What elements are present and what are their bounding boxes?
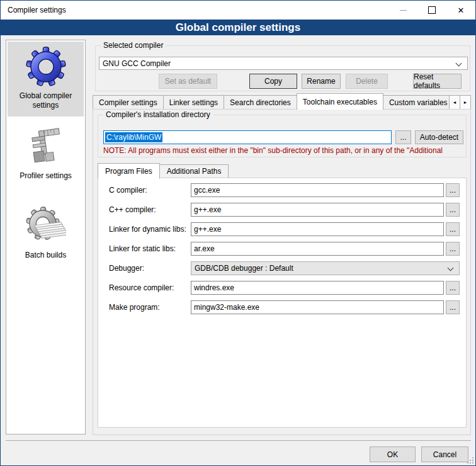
cancel-button[interactable]: Cancel [421, 446, 468, 462]
sidebar-item-profiler-settings[interactable]: Profiler settings [8, 122, 84, 195]
compiler-settings-dialog: Compiler settings ✕ Global compiler sett… [0, 0, 476, 466]
window-controls: ✕ [388, 1, 475, 20]
tab-toolchain-executables[interactable]: Toolchain executables [297, 93, 383, 110]
install-dir-input[interactable]: C:\raylib\MinGW [103, 130, 392, 144]
arrow-right-icon: ► [463, 100, 468, 105]
chevron-down-icon [448, 265, 454, 271]
minimize-icon [400, 10, 407, 11]
make-program-input[interactable] [191, 300, 444, 314]
sidebar-item-label: Profiler settings [20, 171, 72, 187]
arrow-left-icon: ◄ [453, 100, 457, 105]
tab-scroll-area: Compiler settings Linker settings Search… [93, 93, 450, 110]
debugger-select-value: GDB/CDB debugger : Default [195, 264, 293, 273]
sidebar-item-global-compiler-settings[interactable]: Global compiler settings [8, 42, 84, 116]
linker-static-label: Linker for static libs: [109, 242, 176, 256]
c-compiler-input[interactable] [191, 183, 444, 197]
chevron-down-icon [456, 60, 462, 67]
install-dir-group: Compiler's installation directory C:\ray… [98, 115, 467, 157]
rename-button[interactable]: Rename [302, 74, 341, 89]
field-row-make-program: Make program: ... [98, 300, 466, 314]
program-files-panel: C compiler: ... C++ compiler: ... Linker… [98, 178, 467, 428]
maximize-button[interactable] [417, 1, 446, 20]
sidebar-item-label: Global compiler settings [8, 91, 84, 116]
install-dir-browse-button[interactable]: ... [395, 130, 411, 144]
ok-button[interactable]: OK [370, 446, 416, 462]
field-row-linker-dynamic: Linker for dynamic libs: ... [98, 222, 466, 236]
window-title: Compiler settings [8, 6, 66, 14]
footer-separator [6, 440, 471, 441]
gray-gear-stack-icon [26, 206, 66, 248]
tab-custom-variables[interactable]: Custom variables [383, 95, 450, 110]
debugger-label: Debugger: [109, 261, 144, 275]
field-row-resource-compiler: Resource compiler: ... [98, 281, 466, 295]
linker-dynamic-label: Linker for dynamic libs: [109, 222, 186, 236]
linker-dynamic-browse-button[interactable]: ... [446, 222, 460, 236]
c-compiler-browse-button[interactable]: ... [446, 183, 460, 197]
subtab-additional-paths[interactable]: Additional Paths [159, 164, 229, 178]
field-row-cpp-compiler: C++ compiler: ... [98, 203, 466, 217]
auto-detect-button[interactable]: Auto-detect [415, 130, 463, 144]
cpp-compiler-label: C++ compiler: [109, 203, 156, 217]
debugger-select[interactable]: GDB/CDB debugger : Default [191, 261, 460, 275]
install-dir-selected-text: C:\raylib\MinGW [105, 132, 162, 142]
sidebar-item-batch-builds[interactable]: Batch builds [8, 201, 84, 276]
tab-search-directories[interactable]: Search directories [224, 95, 297, 110]
close-button[interactable]: ✕ [446, 1, 475, 20]
field-row-c-compiler: C compiler: ... [98, 183, 466, 197]
minimize-button[interactable] [388, 1, 417, 20]
sidebar-item-label: Batch builds [25, 251, 66, 266]
subtab-program-files[interactable]: Program Files [98, 163, 160, 179]
make-program-label: Make program: [109, 300, 160, 314]
resource-compiler-browse-button[interactable]: ... [446, 281, 460, 295]
maximize-icon [428, 6, 436, 14]
copy-button[interactable]: Copy [249, 74, 297, 89]
resize-grip[interactable] [467, 457, 473, 463]
cpp-compiler-browse-button[interactable]: ... [446, 203, 460, 217]
linker-static-browse-button[interactable]: ... [446, 242, 460, 256]
toolchain-executables-panel: Compiler's installation directory C:\ray… [93, 109, 471, 435]
sub-tab-strip: Program Files Additional Paths [98, 162, 228, 178]
title-bar: Compiler settings ✕ [1, 1, 475, 20]
path-note: NOTE: All programs must exist either in … [103, 146, 465, 155]
tab-compiler-settings[interactable]: Compiler settings [93, 95, 164, 110]
cpp-compiler-input[interactable] [191, 203, 444, 217]
blue-gear-icon [26, 47, 66, 89]
tab-scroll-right-button[interactable]: ► [460, 95, 471, 110]
field-row-linker-static: Linker for static libs: ... [98, 242, 466, 256]
tab-linker-settings[interactable]: Linker settings [163, 95, 224, 110]
field-row-debugger: Debugger: GDB/CDB debugger : Default [98, 261, 466, 275]
resource-compiler-input[interactable] [191, 281, 444, 295]
c-compiler-label: C compiler: [109, 183, 147, 197]
make-program-browse-button[interactable]: ... [446, 300, 460, 314]
set-as-default-button: Set as default [159, 74, 217, 89]
resource-compiler-label: Resource compiler: [109, 281, 174, 295]
close-icon: ✕ [458, 6, 465, 14]
linker-static-input[interactable] [191, 242, 444, 256]
caliper-icon [26, 127, 66, 169]
compiler-select[interactable]: GNU GCC Compiler [99, 57, 468, 70]
settings-sidebar: Global compiler settings Profiler setti [6, 40, 86, 435]
linker-dynamic-input[interactable] [191, 222, 444, 236]
delete-button: Delete [346, 74, 388, 89]
compiler-select-value: GNU GCC Compiler [103, 59, 171, 68]
selected-compiler-group-label: Selected compiler [101, 41, 166, 50]
main-tab-strip: Compiler settings Linker settings Search… [93, 93, 471, 110]
reset-defaults-button[interactable]: Reset defaults [413, 74, 462, 89]
selected-compiler-group: Selected compiler GNU GCC Compiler Set a… [95, 45, 470, 91]
tab-scroll-left-button[interactable]: ◄ [449, 95, 460, 110]
install-dir-group-label: Compiler's installation directory [103, 110, 213, 119]
dialog-heading: Global compiler settings [1, 20, 475, 35]
